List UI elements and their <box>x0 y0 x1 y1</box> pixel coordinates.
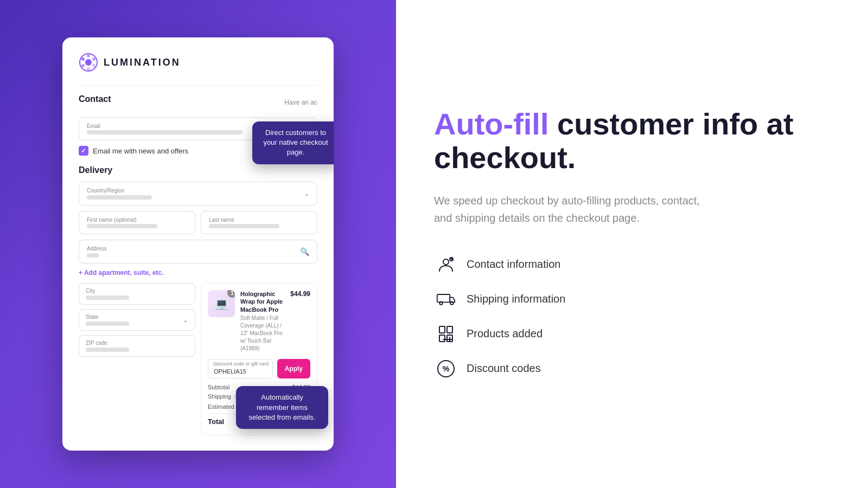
discount-icon: % <box>434 357 458 381</box>
tooltip-checkout: Direct customers to your native checkout… <box>252 121 334 164</box>
svg-rect-10 <box>437 294 450 302</box>
email-value <box>87 130 242 134</box>
svg-rect-15 <box>439 335 445 342</box>
address-fields-left: City State ⌄ ZIP code <box>79 283 195 435</box>
svg-point-8 <box>443 259 449 265</box>
country-value <box>87 195 152 200</box>
state-field[interactable]: State ⌄ <box>79 309 195 331</box>
chevron-down-icon: ⌄ <box>304 190 309 197</box>
address-field[interactable]: Address 🔍 <box>79 240 317 264</box>
svg-point-6 <box>81 64 85 67</box>
zip-label: ZIP code <box>86 340 188 346</box>
logo-text: LUMINATION <box>104 57 181 68</box>
shipping-icon <box>434 287 458 311</box>
feature-shipping-label: Shipping information <box>467 293 565 305</box>
first-name-value <box>87 224 157 228</box>
tooltip-checkout-text: Direct customers to your native checkout… <box>263 129 328 156</box>
feature-contact-label: Contact information <box>467 258 560 271</box>
tooltip-remember-text: Automatically remember items selected fr… <box>249 393 316 421</box>
svg-point-3 <box>92 57 95 61</box>
subtext: We speed up checkout by auto-filling pro… <box>434 192 716 227</box>
feature-discount-label: Discount codes <box>467 362 541 375</box>
svg-rect-13 <box>439 326 445 333</box>
discount-label: Discount code or gift card <box>213 361 269 367</box>
product-details: Holographic Wrap for Apple MacBook Pro S… <box>240 290 285 352</box>
svg-point-4 <box>92 64 95 67</box>
zip-value <box>86 348 129 352</box>
state-chevron-icon: ⌄ <box>183 316 188 324</box>
address-label: Address <box>87 246 107 252</box>
email-checkbox-label: Email me with news and offers <box>93 147 188 155</box>
shipping-label: Shipping ⓘ <box>208 393 240 401</box>
city-label: City <box>86 288 188 294</box>
country-field-inner: Country/Region <box>87 188 152 200</box>
headline: Auto-fill customer info at checkout. <box>434 107 830 174</box>
last-name-label: Last name <box>209 217 309 223</box>
discount-row: Discount code or gift card Apply <box>208 359 310 378</box>
last-name-field[interactable]: Last name <box>201 211 317 234</box>
apply-button[interactable]: Apply <box>277 359 310 378</box>
right-panel: Auto-fill customer info at checkout. We … <box>396 0 868 488</box>
product-item: 💻 1 Holographic Wrap for Apple MacBook P… <box>208 290 310 352</box>
state-label: State <box>86 314 129 320</box>
zip-field[interactable]: ZIP code <box>79 335 195 357</box>
search-icon: 🔍 <box>300 247 309 256</box>
svg-point-2 <box>87 54 90 57</box>
feature-shipping: Shipping information <box>434 287 830 311</box>
email-checkbox[interactable] <box>79 146 88 156</box>
discount-field-container: Discount code or gift card <box>208 359 273 378</box>
first-name-field[interactable]: First name (optional) <box>79 211 195 234</box>
svg-point-12 <box>450 301 453 304</box>
contact-title: Contact <box>79 94 111 104</box>
checkout-card: LUMINATION Contact Have an ac Email Emai… <box>62 37 334 451</box>
feature-products: Products added <box>434 322 830 346</box>
country-label: Country/Region <box>87 188 152 194</box>
delivery-title: Delivery <box>79 165 317 175</box>
svg-text:%: % <box>443 364 450 373</box>
product-image: 💻 1 <box>208 290 235 317</box>
product-price: $44.99 <box>290 290 310 352</box>
last-name-value <box>209 224 279 228</box>
state-value <box>86 322 129 326</box>
country-field[interactable]: Country/Region ⌄ <box>79 182 317 206</box>
add-apartment-link[interactable]: + Add apartment, suite, etc. <box>79 269 317 277</box>
feature-products-label: Products added <box>467 328 542 340</box>
city-value <box>86 296 129 300</box>
svg-point-7 <box>81 57 85 61</box>
have-account-text: Have an ac <box>284 99 317 106</box>
first-name-label: First name (optional) <box>87 217 187 223</box>
total-label: Total <box>208 418 224 426</box>
products-icon <box>434 322 458 346</box>
product-name: Holographic Wrap for Apple MacBook Pro <box>240 290 285 313</box>
subtotal-label: Subtotal <box>208 384 229 390</box>
svg-point-11 <box>439 301 442 304</box>
name-fields: First name (optional) Last name <box>79 211 317 234</box>
city-field[interactable]: City <box>79 283 195 305</box>
svg-point-1 <box>85 59 92 66</box>
feature-discount: % Discount codes <box>434 357 830 381</box>
features-list: Contact information Shipping information <box>434 253 830 381</box>
address-value <box>87 253 99 258</box>
logo-area: LUMINATION <box>79 53 317 72</box>
feature-contact: Contact information <box>434 253 830 277</box>
svg-rect-14 <box>447 326 452 333</box>
state-field-inner: State <box>86 314 129 326</box>
svg-point-5 <box>87 67 90 70</box>
tooltip-remember: Automatically remember items selected fr… <box>236 386 328 429</box>
contact-header: Contact Have an ac <box>79 94 317 111</box>
product-variant: Soft Matte / Full Coverage (ALL) / 13" M… <box>240 314 285 352</box>
contact-icon <box>434 253 458 277</box>
address-field-inner: Address <box>87 246 107 258</box>
logo-icon <box>79 53 98 72</box>
headline-accent: Auto-fill <box>434 107 548 141</box>
left-panel: LUMINATION Contact Have an ac Email Emai… <box>0 0 396 488</box>
